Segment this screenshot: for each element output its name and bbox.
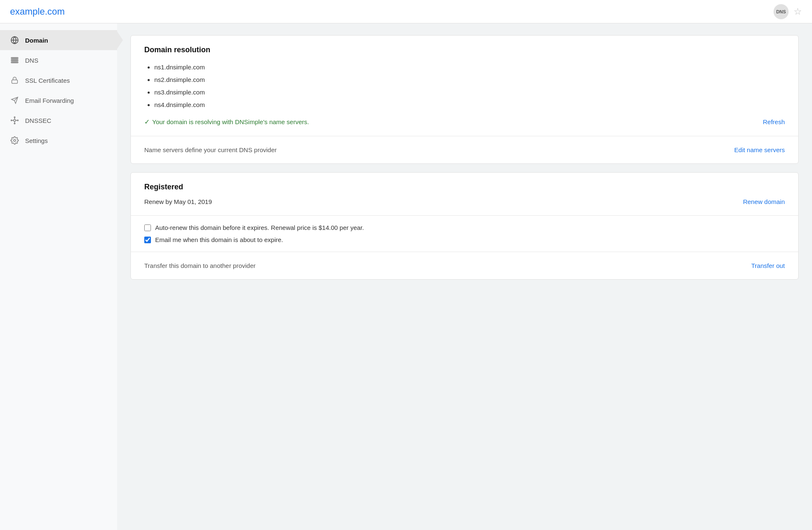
dns-icon (10, 56, 19, 65)
auto-renew-checkbox[interactable] (144, 224, 151, 231)
transfer-section: Transfer this domain to another provider… (131, 252, 798, 279)
main-content: Domain resolution ns1.dnsimple.com ns2.d… (117, 23, 812, 530)
svg-point-11 (14, 120, 16, 122)
renew-row: Renew by May 01, 2019 Renew domain (144, 198, 785, 205)
checkboxes-section: Auto-renew this domain before it expires… (131, 215, 798, 252)
svg-point-14 (11, 120, 12, 121)
registered-title: Registered (144, 183, 785, 191)
ns4: ns4.dnsimple.com (154, 99, 785, 111)
svg-point-13 (14, 123, 15, 124)
sidebar-item-dnssec[interactable]: DNSSEC (0, 110, 117, 130)
edit-nameservers-section: Name servers define your current DNS pro… (131, 136, 798, 163)
svg-rect-8 (12, 80, 18, 83)
top-bar: example.com DNS ☆ (0, 0, 812, 23)
dns-badge: DNS (774, 4, 789, 19)
sidebar-item-settings[interactable]: Settings (0, 130, 117, 150)
renew-domain-button[interactable]: Renew domain (743, 198, 785, 205)
sidebar-dns-label: DNS (25, 57, 38, 64)
sidebar-settings-label: Settings (25, 137, 48, 144)
resolving-text: ✓ Your domain is resolving with DNSimple… (144, 118, 309, 126)
auto-renew-row: Auto-renew this domain before it expires… (144, 224, 785, 231)
resolving-row: ✓ Your domain is resolving with DNSimple… (144, 118, 785, 126)
ns-description: Name servers define your current DNS pro… (144, 146, 277, 153)
registered-card: Registered Renew by May 01, 2019 Renew d… (130, 172, 799, 280)
edit-nameservers-button[interactable]: Edit name servers (734, 146, 785, 153)
arrow-annotation (130, 213, 131, 234)
domain-resolution-card: Domain resolution ns1.dnsimple.com ns2.d… (130, 35, 799, 164)
sidebar-item-dns[interactable]: DNS (0, 50, 117, 70)
svg-point-12 (14, 117, 15, 118)
ns2: ns2.dnsimple.com (154, 74, 785, 86)
refresh-button[interactable]: Refresh (763, 118, 785, 125)
sidebar-domain-label: Domain (25, 37, 48, 44)
sidebar-email-label: Email Forwarding (25, 97, 74, 104)
main-layout: Domain DNS (0, 23, 812, 530)
email-expire-checkbox[interactable] (144, 237, 151, 243)
svg-point-20 (14, 140, 16, 142)
renew-date: Renew by May 01, 2019 (144, 198, 212, 205)
transfer-row: Transfer this domain to another provider… (144, 262, 785, 269)
sidebar: Domain DNS (0, 23, 117, 530)
checkmark-icon: ✓ (144, 118, 150, 126)
transfer-out-button[interactable]: Transfer out (751, 262, 785, 269)
sidebar-ssl-label: SSL Certificates (25, 77, 70, 84)
registered-title-section: Registered Renew by May 01, 2019 Renew d… (131, 173, 798, 215)
sidebar-dnssec-label: DNSSEC (25, 117, 51, 124)
dnssec-icon (10, 116, 19, 125)
auto-renew-label[interactable]: Auto-renew this domain before it expires… (155, 224, 364, 231)
sidebar-item-ssl[interactable]: SSL Certificates (0, 70, 117, 90)
transfer-description: Transfer this domain to another provider (144, 262, 255, 269)
sidebar-item-email-forwarding[interactable]: Email Forwarding (0, 90, 117, 110)
email-expire-label[interactable]: Email me when this domain is about to ex… (155, 236, 283, 243)
lock-icon (10, 76, 19, 85)
resolution-title: Domain resolution (144, 46, 785, 54)
email-icon (10, 96, 19, 105)
svg-point-15 (17, 120, 18, 121)
ns3: ns3.dnsimple.com (154, 86, 785, 99)
ns1: ns1.dnsimple.com (154, 61, 785, 74)
sidebar-item-domain[interactable]: Domain (0, 30, 117, 50)
email-expire-row: Email me when this domain is about to ex… (144, 236, 785, 243)
resolution-main-section: Domain resolution ns1.dnsimple.com ns2.d… (131, 36, 798, 136)
globe-icon (10, 36, 19, 45)
name-server-row: Name servers define your current DNS pro… (144, 146, 785, 153)
nameserver-list: ns1.dnsimple.com ns2.dnsimple.com ns3.dn… (144, 61, 785, 111)
domain-title: example.com (10, 6, 65, 17)
settings-icon (10, 136, 19, 145)
top-bar-right: DNS ☆ (774, 4, 802, 19)
star-icon[interactable]: ☆ (794, 6, 802, 17)
